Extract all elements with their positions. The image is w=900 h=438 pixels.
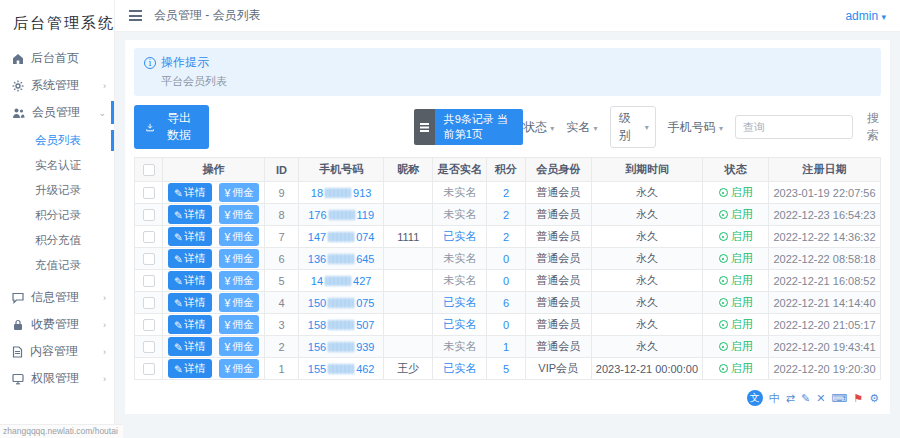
detail-button[interactable]: ✎详情	[168, 205, 212, 224]
commission-button[interactable]: ¥佣金	[219, 337, 260, 356]
points-link[interactable]: 2	[503, 187, 509, 199]
hamburger-menu-icon[interactable]	[129, 10, 142, 21]
status-badge[interactable]: 启用	[719, 251, 753, 266]
realname-status[interactable]: 未实名	[443, 208, 476, 220]
phone-link[interactable]: 147074	[308, 231, 375, 243]
realname-status[interactable]: 已实名	[443, 318, 476, 330]
phone-link[interactable]: 18913	[311, 187, 372, 199]
realname-status[interactable]: 已实名	[443, 362, 476, 374]
submenu-item-upgrade-records[interactable]: 升级记录	[0, 178, 114, 203]
row-checkbox[interactable]	[143, 187, 155, 199]
points-link[interactable]: 0	[503, 275, 509, 287]
row-checkbox[interactable]	[143, 363, 155, 375]
submenu-item-points-recharge[interactable]: 积分充值	[0, 228, 114, 253]
select-all-checkbox[interactable]	[143, 164, 155, 176]
realname-status[interactable]: 未实名	[443, 340, 476, 352]
status-badge[interactable]: 启用	[719, 185, 753, 200]
commission-button[interactable]: ¥佣金	[219, 293, 260, 312]
sidebar-item-content[interactable]: 内容管理 ›	[0, 338, 114, 365]
status-badge[interactable]: 启用	[719, 317, 753, 332]
translate-icon[interactable]: 文	[747, 390, 763, 406]
export-data-button[interactable]: 导出数据	[134, 105, 209, 149]
points-link[interactable]: 2	[503, 209, 509, 221]
col-header-id: ID	[264, 158, 298, 182]
commission-button[interactable]: ¥佣金	[219, 249, 260, 268]
points-link[interactable]: 1	[503, 341, 509, 353]
status-badge[interactable]: 启用	[719, 361, 753, 376]
yen-icon: ¥	[225, 319, 231, 331]
settings-icon[interactable]: ⚙	[869, 392, 879, 405]
status-badge[interactable]: 启用	[719, 229, 753, 244]
detail-button[interactable]: ✎详情	[168, 271, 212, 290]
submenu-item-realname-auth[interactable]: 实名认证	[0, 153, 114, 178]
submenu-item-points-records[interactable]: 积分记录	[0, 203, 114, 228]
detail-button[interactable]: ✎详情	[168, 249, 212, 268]
status-badge[interactable]: 启用	[719, 295, 753, 310]
commission-button[interactable]: ¥佣金	[219, 359, 260, 378]
pin-icon[interactable]: ⚑	[853, 392, 863, 405]
row-checkbox[interactable]	[143, 319, 155, 331]
row-checkbox[interactable]	[143, 275, 155, 287]
points-link[interactable]: 6	[503, 297, 509, 309]
status-badge[interactable]: 启用	[719, 207, 753, 222]
phone-link[interactable]: 14427	[311, 275, 372, 287]
commission-button[interactable]: ¥佣金	[219, 227, 260, 246]
row-checkbox[interactable]	[143, 341, 155, 353]
submenu-item-member-list[interactable]: 会员列表	[0, 128, 114, 153]
sidebar-item-members[interactable]: 会员管理 ⌄	[0, 99, 114, 126]
points-link[interactable]: 5	[503, 363, 509, 375]
query-input[interactable]	[735, 115, 853, 139]
search-button[interactable]: 搜索	[865, 107, 881, 147]
detail-button[interactable]: ✎详情	[168, 359, 212, 378]
status-badge[interactable]: 启用	[719, 273, 753, 288]
level-filter-select[interactable]: 级别 ▾	[610, 106, 656, 148]
realname-status[interactable]: 已实名	[443, 230, 476, 242]
submenu-item-recharge-records[interactable]: 充值记录	[0, 253, 114, 278]
commission-button[interactable]: ¥佣金	[219, 183, 260, 202]
detail-button[interactable]: ✎详情	[168, 293, 212, 312]
commission-button[interactable]: ¥佣金	[219, 271, 260, 290]
sidebar-item-fees[interactable]: 收费管理 ›	[0, 311, 114, 338]
points-link[interactable]: 0	[503, 253, 509, 265]
points-link[interactable]: 2	[503, 231, 509, 243]
phone-link[interactable]: 155462	[308, 363, 375, 375]
language-zh-icon[interactable]: 中	[769, 391, 780, 406]
close-icon[interactable]: ✕	[816, 392, 825, 405]
swap-icon[interactable]: ⇄	[786, 392, 795, 405]
phone-link[interactable]: 176119	[308, 209, 374, 221]
commission-button[interactable]: ¥佣金	[219, 315, 260, 334]
phone-link[interactable]: 150075	[308, 297, 375, 309]
sidebar-item-messages[interactable]: 信息管理 ›	[0, 284, 114, 311]
pencil-icon: ✎	[174, 319, 183, 331]
yen-icon: ¥	[225, 275, 231, 287]
detail-button[interactable]: ✎详情	[168, 227, 212, 246]
phone-link[interactable]: 156939	[308, 341, 375, 353]
user-dropdown[interactable]: admin ▾	[845, 9, 886, 23]
commission-button[interactable]: ¥佣金	[219, 205, 260, 224]
sidebar-item-permissions[interactable]: 权限管理 ›	[0, 365, 114, 392]
row-checkbox[interactable]	[143, 253, 155, 265]
status-filter-dropdown[interactable]: 状态 ▾	[523, 119, 554, 136]
points-link[interactable]: 0	[503, 319, 509, 331]
row-checkbox[interactable]	[143, 297, 155, 309]
detail-button[interactable]: ✎详情	[168, 315, 212, 334]
phone-filter-dropdown[interactable]: 手机号码 ▾	[668, 119, 723, 136]
row-checkbox[interactable]	[143, 209, 155, 221]
phone-link[interactable]: 136645	[308, 253, 375, 265]
realname-status[interactable]: 未实名	[443, 274, 476, 286]
detail-button[interactable]: ✎详情	[168, 337, 212, 356]
realname-status[interactable]: 未实名	[443, 186, 476, 198]
realname-filter-dropdown[interactable]: 实名 ▾	[566, 119, 597, 136]
realname-status[interactable]: 已实名	[443, 296, 476, 308]
edit-icon[interactable]: ✎	[801, 392, 810, 405]
keyboard-icon[interactable]: ⌨	[831, 392, 847, 405]
row-checkbox[interactable]	[143, 231, 155, 243]
register-date: 2022-12-20 19:20:30	[769, 358, 881, 380]
sidebar-item-system[interactable]: 系统管理 ›	[0, 72, 114, 99]
status-badge[interactable]: 启用	[719, 339, 753, 354]
detail-button[interactable]: ✎详情	[168, 183, 212, 202]
sidebar-item-home[interactable]: 后台首页	[0, 45, 114, 72]
realname-status[interactable]: 未实名	[443, 252, 476, 264]
phone-link[interactable]: 158507	[308, 319, 375, 331]
sidebar-item-label: 系统管理	[31, 77, 79, 94]
